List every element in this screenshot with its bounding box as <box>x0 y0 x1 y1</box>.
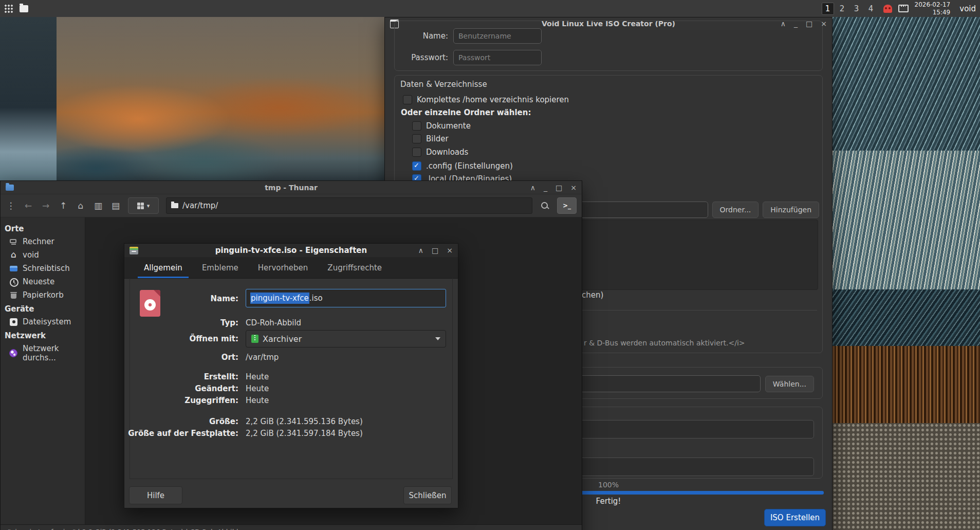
maximize-icon[interactable]: □ <box>556 184 562 191</box>
thunar-app-icon <box>6 185 14 191</box>
sidebar-item-netzwerk[interactable]: Netzwerk durchs... <box>1 342 85 364</box>
checkbox-icon <box>403 95 412 104</box>
sidebar-header-orte: Orte <box>1 222 85 235</box>
tab-zugriffsrechte[interactable]: Zugriffsrechte <box>319 257 390 278</box>
compact-view-icon[interactable]: ▤ <box>110 202 121 210</box>
modified-label: Geändert: <box>146 384 238 393</box>
sidebar-item-dateisystem[interactable]: Dateisystem <box>1 315 85 328</box>
tab-hervorheben[interactable]: Hervorheben <box>250 257 317 278</box>
thunar-title: tmp - Thunar <box>1 184 582 192</box>
split-view-icon[interactable]: ▥ <box>93 202 103 210</box>
size-label: Größe: <box>146 417 238 426</box>
home-icon[interactable]: ⌂ <box>76 202 86 210</box>
workspace-4[interactable]: 4 <box>865 3 877 15</box>
computer-icon <box>9 237 18 246</box>
username-input[interactable] <box>453 28 542 44</box>
or-choose-label: Oder einzelne Ordner wählen: <box>401 108 531 117</box>
size-value: 2,2 GiB (2.341.595.136 Bytes) <box>246 417 363 426</box>
sidebar-item-void-home[interactable]: ⌂ void <box>1 248 85 262</box>
dialog-title: pinguin-tv-xfce.iso - Eigenschaften <box>124 246 458 255</box>
maximize-icon[interactable]: □ <box>806 20 812 27</box>
copy-home-checkbox[interactable]: Komplettes /home verzeichnis kopieren <box>403 95 569 105</box>
wallpaper-waves-dark <box>833 289 980 346</box>
copy-home-label: Komplettes /home verzeichnis kopieren <box>417 95 569 104</box>
add-button[interactable]: Hinzufügen <box>763 202 819 218</box>
search-icon[interactable] <box>540 200 550 211</box>
folder-checkbox-downloads[interactable]: Downloads <box>412 147 468 157</box>
workspace-3[interactable]: 3 <box>850 3 863 15</box>
workspace-2[interactable]: 2 <box>836 3 848 15</box>
checkbox-icon <box>412 148 421 157</box>
forward-icon[interactable]: → <box>41 202 51 210</box>
folder-label: Downloads <box>426 148 468 157</box>
ghost-tray-icon[interactable] <box>883 5 892 13</box>
password-input[interactable] <box>453 50 542 65</box>
name-label: Name: <box>146 294 238 303</box>
created-value: Heute <box>246 372 269 381</box>
menu-icon[interactable]: ⋮ <box>6 202 16 210</box>
chevron-down-icon: ▾ <box>147 203 150 209</box>
wallpaper-wood <box>833 346 980 423</box>
folder-checkbox-dokumente[interactable]: Dokumente <box>412 121 471 131</box>
sidebar-item-label: Rechner <box>23 237 54 246</box>
sidebar-item-label: Netzwerk durchs... <box>23 344 83 362</box>
close-icon[interactable]: × <box>821 20 827 27</box>
close-button[interactable]: Schließen <box>403 486 452 504</box>
file-manager-icon[interactable] <box>20 5 28 12</box>
thunar-sidebar: Orte Rechner ⌂ void Schreibtisch Neueste <box>1 217 85 530</box>
modified-value: Heute <box>246 384 269 393</box>
tab-embleme[interactable]: Embleme <box>194 257 247 278</box>
app-grid-icon[interactable] <box>4 4 13 13</box>
maximize-icon[interactable]: □ <box>432 247 438 254</box>
folder-label: Bilder <box>426 134 449 143</box>
folder-icon <box>171 203 178 208</box>
help-button[interactable]: Hilfe <box>129 486 182 504</box>
create-iso-button[interactable]: ISO Erstellen <box>764 509 826 526</box>
shade-icon[interactable]: ∧ <box>418 247 423 254</box>
dialog-titlebar[interactable]: pinguin-tv-xfce.iso - Eigenschaften ∧ □ … <box>124 244 458 257</box>
location-label: Ort: <box>146 353 238 362</box>
shade-icon[interactable]: ∧ <box>781 20 786 27</box>
clock[interactable]: 2026-02-17 15:49 <box>915 1 951 16</box>
choose-button[interactable]: Wählen... <box>765 376 814 392</box>
dialog-tabbar: Allgemein Embleme Hervorheben Zugriffsre… <box>124 257 458 279</box>
minimize-icon[interactable]: _ <box>794 20 798 27</box>
properties-dialog: pinguin-tv-xfce.iso - Eigenschaften ∧ □ … <box>124 243 458 508</box>
folder-browse-button[interactable]: Ordner... <box>712 202 759 218</box>
open-terminal-button[interactable]: >_ <box>557 197 577 214</box>
globe-icon <box>9 349 18 358</box>
thunar-toolbar: ⋮ ← → ↑ ⌂ ▥ ▤ ▾ /var/tmp/ >_ <box>1 194 582 217</box>
filename-input[interactable]: pinguin-tv-xfce .iso <box>246 289 446 307</box>
path-bar[interactable]: /var/tmp/ <box>166 197 532 214</box>
wallpaper-right <box>833 17 980 530</box>
dbus-hint-text: r & D-Bus werden automatisch aktiviert.<… <box>584 339 745 347</box>
up-icon[interactable]: ↑ <box>58 202 68 210</box>
sidebar-item-schreibtisch[interactable]: Schreibtisch <box>1 262 85 275</box>
minimize-icon[interactable]: _ <box>544 184 547 191</box>
network-tray-icon[interactable] <box>898 5 909 12</box>
wallpaper-waves-light <box>833 151 980 289</box>
sidebar-item-neueste[interactable]: Neueste <box>1 275 85 288</box>
home-icon: ⌂ <box>9 251 18 260</box>
sidebar-item-label: Dateisystem <box>23 317 71 326</box>
folder-checkbox-bilder[interactable]: Bilder <box>412 134 449 144</box>
view-mode-button[interactable]: ▾ <box>128 197 159 214</box>
close-icon[interactable]: × <box>570 184 577 191</box>
selected-text: pinguin-tv-xfce <box>250 293 309 304</box>
folder-label: .config (Einstellungen) <box>426 161 513 171</box>
tab-allgemein[interactable]: Allgemein <box>136 257 191 278</box>
drive-icon <box>9 318 18 326</box>
shade-icon[interactable]: ∧ <box>530 184 535 191</box>
thunar-titlebar[interactable]: tmp - Thunar ∧ _ □ × <box>1 181 582 194</box>
close-icon[interactable]: × <box>447 247 453 254</box>
clock-date: 2026-02-17 <box>915 1 951 8</box>
open-with-dropdown[interactable]: Xarchiver <box>246 330 446 348</box>
sidebar-item-rechner[interactable]: Rechner <box>1 235 85 248</box>
location-value: /var/tmp <box>246 353 279 362</box>
sidebar-header-geraete: Geräte <box>1 302 85 315</box>
workspace-1[interactable]: 1 <box>822 3 834 15</box>
folder-checkbox-config[interactable]: .config (Einstellungen) <box>412 161 513 171</box>
open-with-label: Öffnen mit: <box>146 334 238 343</box>
sidebar-item-papierkorb[interactable]: Papierkorb <box>1 288 85 302</box>
back-icon[interactable]: ← <box>23 202 33 210</box>
